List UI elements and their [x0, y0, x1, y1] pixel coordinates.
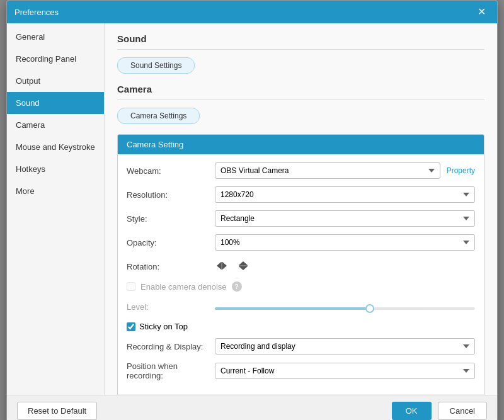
- position-control: Current - Follow Top Left Top Right Bott…: [215, 363, 475, 379]
- recording-display-label: Recording & Display:: [127, 342, 215, 351]
- denoise-checkbox[interactable]: [127, 282, 135, 291]
- level-slider-container: [215, 302, 475, 312]
- rotation-control: [215, 259, 475, 274]
- webcam-label: Webcam:: [127, 166, 215, 176]
- sound-settings-button[interactable]: Sound Settings: [117, 57, 195, 74]
- rotation-label: Rotation:: [127, 262, 215, 271]
- denoise-row: Enable camera denoise ?: [127, 281, 475, 292]
- camera-setting-panel: Camera Setting Webcam: OBS Virtual Camer…: [117, 134, 484, 395]
- opacity-label: Opacity:: [127, 238, 215, 247]
- flip-horizontal-button[interactable]: [215, 259, 229, 274]
- webcam-control: OBS Virtual Camera Property: [215, 162, 475, 179]
- sidebar-item-mouse-keystroke[interactable]: Mouse and Keystroke: [7, 136, 104, 158]
- sticky-row: Sticky on Top: [127, 322, 475, 331]
- sidebar-item-general[interactable]: General: [7, 26, 104, 48]
- rotation-row: Rotation:: [127, 258, 475, 275]
- webcam-select[interactable]: OBS Virtual Camera: [215, 162, 440, 179]
- titlebar: Preferences ✕: [7, 1, 497, 23]
- recording-display-control: Recording and display Recording only Dis…: [215, 338, 475, 355]
- style-control: Rectangle Circle Rounded Rectangle: [215, 210, 475, 227]
- reset-to-default-button[interactable]: Reset to Default: [17, 402, 97, 420]
- main-panel: Sound Sound Settings Camera Camera Setti…: [105, 23, 497, 395]
- style-select[interactable]: Rectangle Circle Rounded Rectangle: [215, 210, 475, 227]
- position-select[interactable]: Current - Follow Top Left Top Right Bott…: [215, 363, 475, 379]
- position-label: Position when recording:: [127, 361, 215, 380]
- footer-right-buttons: OK Cancel: [392, 402, 487, 420]
- level-row: Level:: [127, 298, 475, 315]
- opacity-control: 100% 90% 80%: [215, 234, 475, 251]
- level-slider[interactable]: [215, 307, 475, 310]
- footer: Reset to Default OK Cancel: [7, 395, 497, 420]
- panel-header: Camera Setting: [118, 135, 484, 154]
- sound-title: Sound: [117, 33, 484, 44]
- denoise-label: Enable camera denoise: [140, 282, 227, 292]
- footer-ok-button[interactable]: OK: [392, 402, 432, 420]
- sidebar-item-hotkeys[interactable]: Hotkeys: [7, 158, 104, 180]
- sidebar-item-camera[interactable]: Camera: [7, 114, 104, 136]
- help-icon[interactable]: ?: [232, 281, 242, 292]
- style-row: Style: Rectangle Circle Rounded Rectangl…: [127, 210, 475, 227]
- panel-buttons: Restore OK Cancel: [118, 394, 484, 395]
- footer-cancel-button[interactable]: Cancel: [438, 402, 487, 420]
- sidebar-item-output[interactable]: Output: [7, 70, 104, 92]
- resolution-label: Resolution:: [127, 190, 215, 200]
- style-label: Style:: [127, 214, 215, 224]
- camera-settings-button[interactable]: Camera Settings: [117, 108, 200, 124]
- resolution-control: 1280x720 1920x1080 640x480: [215, 186, 475, 203]
- sidebar-item-more[interactable]: More: [7, 180, 104, 202]
- rotation-buttons: [215, 259, 250, 274]
- recording-display-select[interactable]: Recording and display Recording only Dis…: [215, 338, 475, 355]
- sidebar-item-recording-panel[interactable]: Recording Panel: [7, 48, 104, 70]
- sidebar-item-sound[interactable]: Sound: [7, 92, 104, 114]
- flip-vertical-button[interactable]: [236, 259, 250, 274]
- sticky-checkbox[interactable]: [127, 322, 135, 331]
- camera-section: Camera Camera Settings: [117, 84, 484, 134]
- sound-section: Sound Sound Settings: [117, 33, 484, 84]
- camera-title: Camera: [117, 84, 484, 94]
- titlebar-title: Preferences: [14, 8, 59, 17]
- level-label: Level:: [127, 302, 215, 312]
- panel-body: Webcam: OBS Virtual Camera Property Reso…: [118, 154, 484, 394]
- resolution-select[interactable]: 1280x720 1920x1080 640x480: [215, 186, 475, 203]
- webcam-row: Webcam: OBS Virtual Camera Property: [127, 162, 475, 179]
- close-button[interactable]: ✕: [474, 6, 490, 18]
- opacity-select[interactable]: 100% 90% 80%: [215, 234, 475, 251]
- preferences-window: Preferences ✕ General Recording Panel Ou…: [6, 0, 498, 420]
- resolution-row: Resolution: 1280x720 1920x1080 640x480: [127, 186, 475, 203]
- recording-display-row: Recording & Display: Recording and displ…: [127, 338, 475, 355]
- property-link[interactable]: Property: [447, 166, 475, 175]
- sticky-label: Sticky on Top: [139, 322, 188, 331]
- position-row: Position when recording: Current - Follo…: [127, 361, 475, 380]
- content-area: General Recording Panel Output Sound Cam…: [7, 23, 497, 395]
- sidebar: General Recording Panel Output Sound Cam…: [7, 23, 105, 395]
- opacity-row: Opacity: 100% 90% 80%: [127, 234, 475, 251]
